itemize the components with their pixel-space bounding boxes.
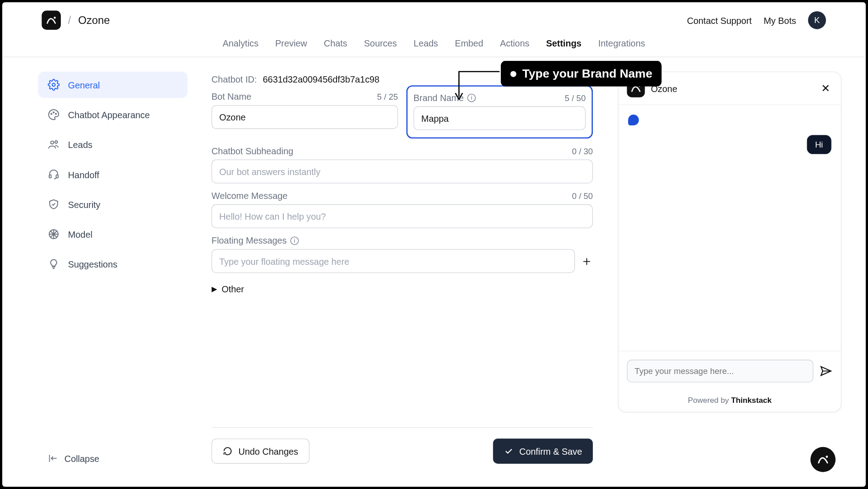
my-bots-link[interactable]: My Bots	[764, 15, 796, 25]
chat-fab-button[interactable]	[810, 447, 836, 472]
sidebar-item-label: Leads	[68, 139, 92, 150]
welcome-counter: 0 / 50	[572, 191, 593, 200]
page-title: Ozone	[78, 14, 110, 27]
bot-typing-icon	[628, 115, 639, 125]
sidebar-item-security[interactable]: Security	[38, 191, 188, 217]
gear-icon	[48, 79, 60, 91]
sidebar-item-label: Model	[68, 229, 92, 240]
send-icon[interactable]	[819, 364, 832, 378]
contact-support-link[interactable]: Contact Support	[687, 15, 752, 25]
svg-point-2	[51, 113, 52, 114]
refresh-icon	[223, 446, 232, 456]
tab-chats[interactable]: Chats	[324, 38, 347, 51]
sidebar-item-label: Security	[68, 199, 101, 210]
welcome-field: Welcome Message 0 / 50	[212, 190, 593, 228]
sidebar-item-general[interactable]: General	[38, 72, 188, 98]
tab-embed[interactable]: Embed	[455, 38, 483, 51]
sidebar-item-handoff[interactable]: Handoff	[38, 161, 188, 187]
welcome-label: Welcome Message	[212, 190, 288, 201]
shield-icon	[48, 198, 60, 211]
users-icon	[48, 138, 60, 151]
hint-arrow-icon	[453, 62, 501, 104]
undo-changes-button[interactable]: Undo Changes	[212, 438, 309, 464]
subheading-counter: 0 / 30	[572, 146, 593, 156]
confirm-save-button[interactable]: Confirm & Save	[493, 438, 593, 464]
user-avatar[interactable]: K	[808, 11, 826, 29]
tab-integrations[interactable]: Integrations	[598, 38, 645, 51]
add-floating-button[interactable]: ＋	[581, 255, 593, 267]
chat-footer	[619, 351, 841, 391]
chat-preview-pane: Ozone ✕ Hi Powered by Thinkstack	[602, 72, 841, 476]
top-header: / Ozone Contact Support My Bots K	[2, 2, 865, 36]
collapse-sidebar-button[interactable]: Collapse	[48, 453, 99, 464]
bot-name-label: Bot Name	[212, 91, 251, 101]
bot-name-field: Bot Name 5 / 25	[212, 91, 398, 138]
settings-form: Chatbot ID: 6631d32a009456df3b7a1c98 Bot…	[206, 72, 603, 476]
powered-by: Powered by Thinkstack	[619, 391, 841, 411]
chat-input[interactable]	[627, 360, 813, 382]
chat-preview-card: Ozone ✕ Hi Powered by Thinkstack	[618, 72, 842, 412]
chat-body: Hi	[619, 105, 841, 351]
svg-point-11	[826, 456, 828, 458]
tab-settings[interactable]: Settings	[546, 38, 582, 51]
sidebar-item-label: General	[68, 80, 100, 90]
sidebar-item-label: Chatbot Appearance	[68, 110, 150, 120]
app-logo[interactable]	[42, 11, 60, 30]
collapse-icon	[48, 453, 59, 464]
svg-point-0	[54, 17, 55, 18]
svg-point-3	[53, 112, 54, 113]
primary-tabs: Analytics Preview Chats Sources Leads Em…	[2, 36, 865, 57]
subheading-label: Chatbot Subheading	[212, 146, 293, 156]
top-header-right: Contact Support My Bots K	[687, 11, 826, 29]
sidebar-item-leads[interactable]: Leads	[38, 131, 188, 157]
sidebar-item-label: Handoff	[68, 169, 99, 180]
chatbot-id-label: Chatbot ID:	[212, 74, 257, 84]
caret-right-icon: ▶	[212, 285, 217, 293]
headset-icon	[48, 168, 60, 180]
tab-preview[interactable]: Preview	[275, 38, 307, 51]
svg-rect-8	[56, 175, 58, 178]
tab-sources[interactable]: Sources	[364, 38, 397, 51]
other-label: Other	[222, 284, 244, 294]
form-footer: Undo Changes Confirm & Save	[212, 427, 593, 475]
svg-point-1	[52, 83, 55, 87]
hint-text: Type your Brand Name	[522, 67, 652, 80]
info-icon[interactable]: i	[291, 236, 299, 245]
brand-left: / Ozone	[42, 11, 110, 30]
tab-actions[interactable]: Actions	[500, 38, 529, 51]
svg-rect-7	[49, 175, 51, 178]
tab-leads[interactable]: Leads	[414, 38, 438, 51]
bot-name-counter: 5 / 25	[377, 92, 398, 101]
brand-name-input[interactable]	[414, 106, 586, 130]
floating-field: Floating Messages i ＋	[212, 235, 593, 273]
floating-label: Floating Messages i	[212, 235, 299, 246]
collapse-label: Collapse	[65, 453, 99, 464]
chatbot-id-value: 6631d32a009456df3b7a1c98	[263, 74, 380, 84]
sidebar-item-suggestions[interactable]: Suggestions	[38, 251, 188, 277]
subheading-field: Chatbot Subheading 0 / 30	[212, 146, 593, 183]
svg-point-4	[55, 113, 56, 114]
bot-name-input[interactable]	[212, 105, 398, 129]
hint-tooltip: Type your Brand Name	[501, 61, 662, 87]
settings-sidebar: General Chatbot Appearance Leads Handoff…	[26, 72, 206, 476]
svg-point-6	[55, 141, 58, 143]
chat-title: Ozone	[651, 83, 813, 94]
floating-input[interactable]	[212, 249, 575, 273]
subheading-input[interactable]	[212, 159, 593, 183]
sidebar-item-appearance[interactable]: Chatbot Appearance	[38, 101, 188, 128]
breadcrumb-slash: /	[68, 14, 71, 27]
hint-dot-icon	[510, 71, 516, 77]
close-icon[interactable]: ✕	[819, 81, 832, 96]
lightbulb-icon	[48, 258, 60, 270]
hint-callout: Type your Brand Name	[453, 62, 662, 104]
svg-point-5	[51, 141, 54, 144]
check-icon	[504, 446, 513, 456]
other-section-toggle[interactable]: ▶ Other	[212, 284, 593, 294]
sidebar-item-model[interactable]: Model	[38, 221, 188, 247]
user-message: Hi	[807, 135, 831, 154]
brain-icon	[48, 228, 60, 240]
sidebar-item-label: Suggestions	[68, 259, 117, 269]
welcome-input[interactable]	[212, 204, 593, 228]
palette-icon	[48, 109, 60, 121]
tab-analytics[interactable]: Analytics	[222, 38, 259, 51]
